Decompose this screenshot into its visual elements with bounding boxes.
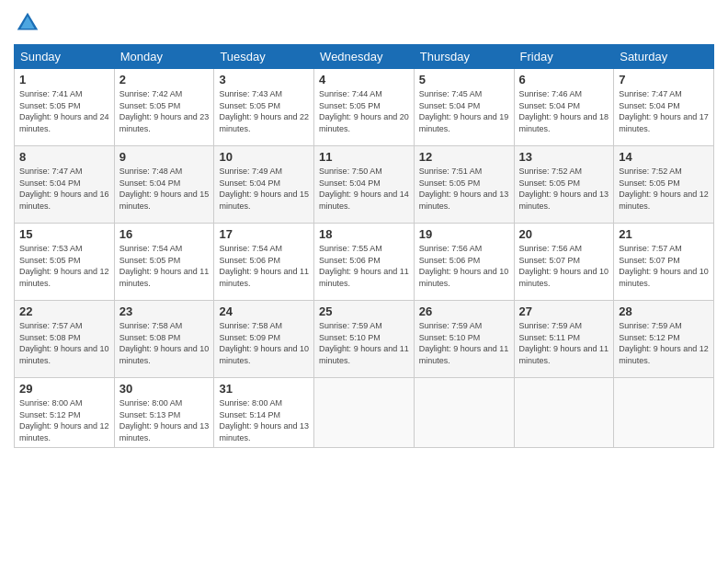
calendar-cell: 4Sunrise: 7:44 AMSunset: 5:05 PMDaylight… bbox=[314, 69, 415, 146]
weekday-header-tuesday: Tuesday bbox=[214, 45, 314, 69]
calendar-cell: 12Sunrise: 7:51 AMSunset: 5:05 PMDayligh… bbox=[414, 146, 514, 224]
day-detail: Sunrise: 7:45 AMSunset: 5:04 PMDaylight:… bbox=[419, 88, 509, 134]
day-number: 5 bbox=[419, 73, 509, 86]
page: SundayMondayTuesdayWednesdayThursdayFrid… bbox=[0, 0, 728, 563]
day-detail: Sunrise: 7:56 AMSunset: 5:07 PMDaylight:… bbox=[519, 243, 609, 289]
day-detail: Sunrise: 7:44 AMSunset: 5:05 PMDaylight:… bbox=[319, 88, 409, 134]
day-number: 27 bbox=[519, 304, 609, 318]
calendar-cell: 18Sunrise: 7:55 AMSunset: 5:06 PMDayligh… bbox=[314, 224, 415, 301]
day-detail: Sunrise: 7:49 AMSunset: 5:04 PMDaylight:… bbox=[219, 166, 309, 212]
calendar-cell: 28Sunrise: 7:59 AMSunset: 5:12 PMDayligh… bbox=[614, 301, 714, 378]
calendar-cell: 7Sunrise: 7:47 AMSunset: 5:04 PMDaylight… bbox=[614, 69, 714, 146]
day-number: 29 bbox=[19, 382, 109, 396]
calendar-cell: 21Sunrise: 7:57 AMSunset: 5:07 PMDayligh… bbox=[614, 224, 714, 301]
day-number: 7 bbox=[619, 73, 709, 86]
day-number: 3 bbox=[219, 73, 309, 86]
calendar-cell: 17Sunrise: 7:54 AMSunset: 5:06 PMDayligh… bbox=[214, 224, 314, 301]
day-number: 25 bbox=[319, 304, 409, 318]
calendar-cell: 11Sunrise: 7:50 AMSunset: 5:04 PMDayligh… bbox=[314, 146, 415, 224]
day-number: 24 bbox=[219, 304, 309, 318]
day-number: 2 bbox=[119, 73, 210, 86]
calendar-cell: 9Sunrise: 7:48 AMSunset: 5:04 PMDaylight… bbox=[114, 146, 214, 224]
calendar-cell bbox=[614, 378, 714, 448]
calendar-cell bbox=[314, 378, 415, 448]
day-number: 6 bbox=[519, 73, 609, 86]
day-detail: Sunrise: 7:42 AMSunset: 5:05 PMDaylight:… bbox=[119, 88, 210, 134]
day-detail: Sunrise: 7:53 AMSunset: 5:05 PMDaylight:… bbox=[19, 243, 109, 289]
day-number: 15 bbox=[19, 227, 109, 241]
calendar-cell: 5Sunrise: 7:45 AMSunset: 5:04 PMDaylight… bbox=[414, 69, 514, 146]
day-detail: Sunrise: 7:59 AMSunset: 5:12 PMDaylight:… bbox=[619, 320, 709, 366]
day-detail: Sunrise: 7:59 AMSunset: 5:10 PMDaylight:… bbox=[419, 320, 509, 366]
weekday-header-saturday: Saturday bbox=[614, 45, 714, 69]
day-number: 1 bbox=[19, 73, 109, 86]
calendar-cell: 13Sunrise: 7:52 AMSunset: 5:05 PMDayligh… bbox=[514, 146, 614, 224]
day-detail: Sunrise: 7:54 AMSunset: 5:05 PMDaylight:… bbox=[119, 243, 210, 289]
day-detail: Sunrise: 7:59 AMSunset: 5:10 PMDaylight:… bbox=[319, 320, 409, 366]
day-number: 21 bbox=[619, 227, 709, 241]
header bbox=[14, 9, 714, 37]
day-number: 16 bbox=[119, 227, 210, 241]
calendar-cell: 20Sunrise: 7:56 AMSunset: 5:07 PMDayligh… bbox=[514, 224, 614, 301]
day-detail: Sunrise: 7:47 AMSunset: 5:04 PMDaylight:… bbox=[619, 88, 709, 134]
week-row-5: 29Sunrise: 8:00 AMSunset: 5:12 PMDayligh… bbox=[15, 378, 714, 448]
day-number: 11 bbox=[319, 150, 409, 164]
weekday-header-friday: Friday bbox=[514, 45, 614, 69]
day-number: 22 bbox=[19, 304, 109, 318]
day-detail: Sunrise: 7:52 AMSunset: 5:05 PMDaylight:… bbox=[519, 166, 609, 212]
weekday-header-sunday: Sunday bbox=[15, 45, 115, 69]
logo-icon bbox=[14, 9, 41, 37]
week-row-3: 15Sunrise: 7:53 AMSunset: 5:05 PMDayligh… bbox=[15, 224, 714, 301]
day-detail: Sunrise: 7:57 AMSunset: 5:07 PMDaylight:… bbox=[619, 243, 709, 289]
calendar-cell: 16Sunrise: 7:54 AMSunset: 5:05 PMDayligh… bbox=[114, 224, 214, 301]
day-detail: Sunrise: 7:50 AMSunset: 5:04 PMDaylight:… bbox=[319, 166, 409, 212]
day-detail: Sunrise: 7:57 AMSunset: 5:08 PMDaylight:… bbox=[19, 320, 109, 366]
day-detail: Sunrise: 7:52 AMSunset: 5:05 PMDaylight:… bbox=[619, 166, 709, 212]
day-number: 26 bbox=[419, 304, 509, 318]
day-detail: Sunrise: 7:59 AMSunset: 5:11 PMDaylight:… bbox=[519, 320, 609, 366]
day-detail: Sunrise: 7:55 AMSunset: 5:06 PMDaylight:… bbox=[319, 243, 409, 289]
calendar-cell: 22Sunrise: 7:57 AMSunset: 5:08 PMDayligh… bbox=[15, 301, 115, 378]
day-number: 20 bbox=[519, 227, 609, 241]
day-number: 4 bbox=[319, 73, 409, 86]
day-number: 12 bbox=[419, 150, 509, 164]
day-detail: Sunrise: 7:51 AMSunset: 5:05 PMDaylight:… bbox=[419, 166, 509, 212]
calendar-cell: 10Sunrise: 7:49 AMSunset: 5:04 PMDayligh… bbox=[214, 146, 314, 224]
calendar-cell: 26Sunrise: 7:59 AMSunset: 5:10 PMDayligh… bbox=[414, 301, 514, 378]
calendar-cell: 1Sunrise: 7:41 AMSunset: 5:05 PMDaylight… bbox=[15, 69, 115, 146]
calendar-cell: 15Sunrise: 7:53 AMSunset: 5:05 PMDayligh… bbox=[15, 224, 115, 301]
day-number: 19 bbox=[419, 227, 509, 241]
day-number: 14 bbox=[619, 150, 709, 164]
calendar-cell: 23Sunrise: 7:58 AMSunset: 5:08 PMDayligh… bbox=[114, 301, 214, 378]
day-number: 17 bbox=[219, 227, 309, 241]
weekday-header-monday: Monday bbox=[114, 45, 214, 69]
day-number: 30 bbox=[119, 382, 210, 396]
day-detail: Sunrise: 7:46 AMSunset: 5:04 PMDaylight:… bbox=[519, 88, 609, 134]
day-detail: Sunrise: 7:43 AMSunset: 5:05 PMDaylight:… bbox=[219, 88, 309, 134]
calendar-cell: 19Sunrise: 7:56 AMSunset: 5:06 PMDayligh… bbox=[414, 224, 514, 301]
calendar-cell: 25Sunrise: 7:59 AMSunset: 5:10 PMDayligh… bbox=[314, 301, 415, 378]
day-number: 31 bbox=[219, 382, 309, 396]
calendar-cell: 2Sunrise: 7:42 AMSunset: 5:05 PMDaylight… bbox=[114, 69, 214, 146]
weekday-header-wednesday: Wednesday bbox=[314, 45, 415, 69]
calendar: SundayMondayTuesdayWednesdayThursdayFrid… bbox=[14, 44, 714, 448]
day-detail: Sunrise: 7:47 AMSunset: 5:04 PMDaylight:… bbox=[19, 166, 109, 212]
calendar-cell bbox=[414, 378, 514, 448]
day-detail: Sunrise: 7:48 AMSunset: 5:04 PMDaylight:… bbox=[119, 166, 210, 212]
calendar-cell: 30Sunrise: 8:00 AMSunset: 5:13 PMDayligh… bbox=[114, 378, 214, 448]
day-detail: Sunrise: 7:58 AMSunset: 5:08 PMDaylight:… bbox=[119, 320, 210, 366]
day-detail: Sunrise: 7:56 AMSunset: 5:06 PMDaylight:… bbox=[419, 243, 509, 289]
day-detail: Sunrise: 7:54 AMSunset: 5:06 PMDaylight:… bbox=[219, 243, 309, 289]
week-row-2: 8Sunrise: 7:47 AMSunset: 5:04 PMDaylight… bbox=[15, 146, 714, 224]
calendar-cell: 29Sunrise: 8:00 AMSunset: 5:12 PMDayligh… bbox=[15, 378, 115, 448]
day-detail: Sunrise: 7:41 AMSunset: 5:05 PMDaylight:… bbox=[19, 88, 109, 134]
day-detail: Sunrise: 7:58 AMSunset: 5:09 PMDaylight:… bbox=[219, 320, 309, 366]
week-row-4: 22Sunrise: 7:57 AMSunset: 5:08 PMDayligh… bbox=[15, 301, 714, 378]
calendar-cell: 31Sunrise: 8:00 AMSunset: 5:14 PMDayligh… bbox=[214, 378, 314, 448]
day-number: 18 bbox=[319, 227, 409, 241]
calendar-cell: 3Sunrise: 7:43 AMSunset: 5:05 PMDaylight… bbox=[214, 69, 314, 146]
day-number: 10 bbox=[219, 150, 309, 164]
calendar-cell: 6Sunrise: 7:46 AMSunset: 5:04 PMDaylight… bbox=[514, 69, 614, 146]
day-detail: Sunrise: 8:00 AMSunset: 5:12 PMDaylight:… bbox=[19, 397, 109, 443]
weekday-header-thursday: Thursday bbox=[414, 45, 514, 69]
